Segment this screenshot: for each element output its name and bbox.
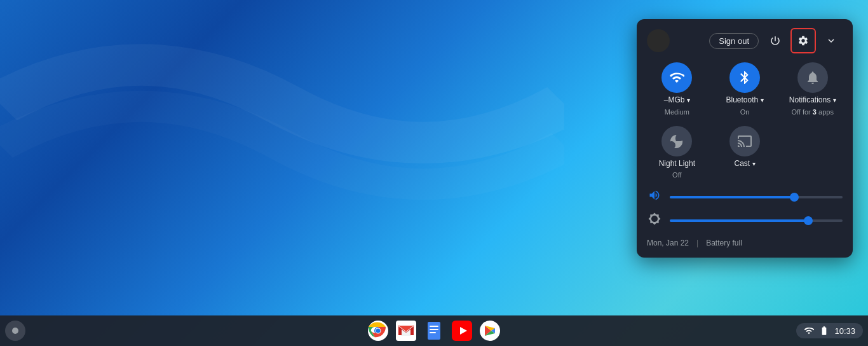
qs-header: Sign out: [647, 29, 843, 52]
desktop: Sign out: [0, 0, 868, 346]
volume-slider-row: [647, 189, 843, 205]
cast-icon: [737, 134, 752, 149]
youtube-icon: [452, 321, 472, 341]
avatar: [647, 29, 670, 52]
sign-out-button[interactable]: Sign out: [709, 33, 759, 49]
svg-rect-6: [428, 322, 440, 340]
power-icon: [770, 35, 781, 46]
notifications-off-icon: [805, 70, 820, 85]
shelf-icon-play[interactable]: [477, 318, 503, 343]
tray-wifi-icon: [804, 326, 814, 336]
notifications-label: Notifications ▾: [789, 95, 836, 106]
night-light-label: Night Light: [659, 159, 695, 169]
taskbar: 10:33: [0, 315, 868, 346]
volume-up-icon: [648, 189, 661, 202]
cast-label: Cast ▾: [734, 159, 755, 169]
brightness-slider-thumb: [804, 216, 813, 225]
launcher-dot: [12, 328, 18, 334]
night-light-icon-wrap: [661, 126, 692, 156]
brightness-icon: [648, 212, 661, 225]
chrome-icon: [368, 321, 388, 341]
desktop-decoration: [0, 0, 564, 207]
wifi-icon: [669, 70, 684, 85]
volume-slider-thumb: [790, 193, 799, 202]
notifications-sublabel: Off for 3 apps: [791, 108, 833, 116]
brightness-slider-fill: [670, 219, 808, 222]
nightlight-icon: [669, 134, 684, 149]
brightness-slider-row: [647, 212, 843, 228]
bluetooth-tile[interactable]: Bluetooth ▾ On: [715, 62, 775, 116]
cast-tile[interactable]: Cast ▾: [715, 126, 775, 179]
system-tray[interactable]: 10:33: [796, 323, 863, 338]
taskbar-shelf: [365, 318, 503, 343]
settings-button[interactable]: [792, 29, 815, 52]
shelf-icon-docs[interactable]: [421, 318, 447, 343]
bluetooth-icon: [737, 70, 752, 85]
qs-battery: Battery full: [706, 239, 742, 247]
svg-point-3: [376, 329, 381, 333]
shelf-icon-chrome[interactable]: [365, 318, 391, 343]
brightness-slider-track[interactable]: [670, 219, 843, 222]
qs-footer: Mon, Jan 22 | Battery full: [647, 239, 843, 247]
settings-icon: [797, 35, 809, 46]
svg-rect-8: [430, 329, 438, 330]
volume-slider-track[interactable]: [670, 196, 843, 198]
brightness-icon: [647, 212, 662, 228]
docs-icon: [424, 321, 444, 341]
notifications-icon-wrap: [797, 62, 828, 93]
qs-divider: |: [696, 239, 698, 247]
bluetooth-icon-wrap: [729, 62, 760, 93]
qs-tiles-row1: –MGb ▾ Medium Bluetooth ▾ On: [647, 62, 843, 116]
shelf-icon-youtube[interactable]: [449, 318, 475, 343]
night-light-tile[interactable]: Night Light Off: [647, 126, 707, 179]
bluetooth-sublabel: On: [740, 108, 750, 116]
night-light-sublabel: Off: [672, 171, 681, 179]
qs-tiles-row2: Night Light Off Cast ▾: [647, 126, 843, 179]
qs-date: Mon, Jan 22: [647, 239, 689, 247]
shelf-icon-gmail[interactable]: [393, 318, 419, 343]
wifi-tile[interactable]: –MGb ▾ Medium: [647, 62, 707, 116]
wifi-sublabel: Medium: [665, 108, 689, 116]
qs-sliders: [647, 189, 843, 228]
power-button[interactable]: [764, 29, 787, 52]
play-store-icon: [480, 321, 500, 341]
taskbar-left: [5, 321, 25, 341]
bluetooth-label: Bluetooth ▾: [726, 95, 763, 106]
collapse-button[interactable]: [820, 29, 843, 52]
gmail-icon: [396, 321, 416, 341]
quick-settings-panel: Sign out: [637, 19, 853, 258]
qs-header-right: Sign out: [709, 29, 843, 52]
wifi-label: –MGb ▾: [664, 95, 690, 106]
chevron-down-icon: [825, 35, 837, 46]
volume-icon: [647, 189, 662, 205]
notifications-tile[interactable]: Notifications ▾ Off for 3 apps: [782, 62, 843, 116]
volume-slider-fill: [670, 196, 794, 198]
tray-time: 10:33: [834, 326, 855, 336]
cast-icon-wrap: [729, 126, 760, 156]
launcher-button[interactable]: [5, 321, 25, 341]
svg-rect-9: [430, 332, 436, 333]
svg-rect-7: [430, 326, 438, 327]
tray-battery-icon: [819, 326, 829, 336]
wifi-icon-wrap: [661, 62, 692, 93]
